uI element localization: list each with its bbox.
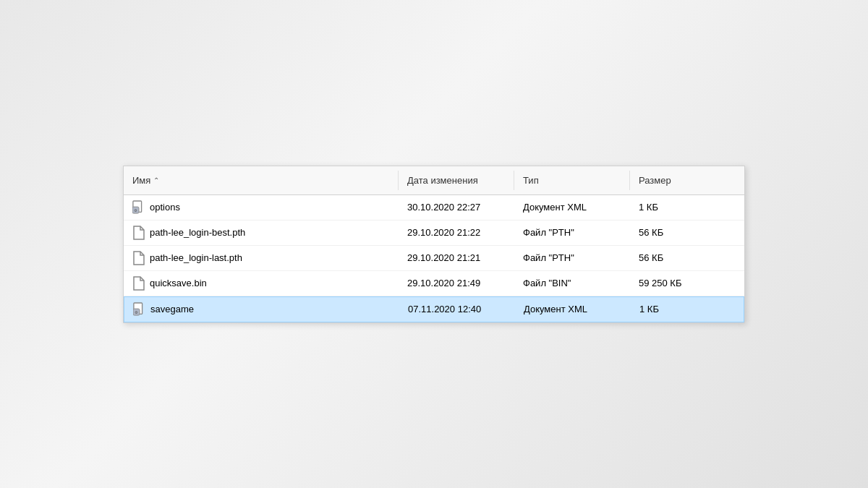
- table-row[interactable]: ⚙ savegame 07.11.2020 12:40 Документ XML…: [124, 296, 744, 322]
- file-date-cell: 30.10.2020 22:27: [399, 195, 514, 220]
- file-date: 29.10.2020 21:22: [407, 227, 480, 238]
- file-name: quicksave.bin: [150, 278, 207, 288]
- file-size-cell: 56 КБ: [630, 246, 717, 270]
- xml-file-icon: ⚙: [132, 200, 145, 215]
- file-size: 1 КБ: [639, 202, 658, 213]
- file-date-cell: 29.10.2020 21:21: [399, 246, 514, 270]
- file-name-cell: quicksave.bin: [124, 271, 399, 296]
- file-type-cell: Файл "PTH": [514, 221, 630, 245]
- file-size: 56 КБ: [639, 227, 663, 238]
- xml-file-icon: ⚙: [133, 302, 146, 317]
- file-date-cell: 29.10.2020 21:49: [399, 271, 514, 296]
- file-date-cell: 07.11.2020 12:40: [399, 297, 515, 322]
- file-date: 07.11.2020 12:40: [408, 304, 481, 314]
- table-row[interactable]: path-lee_login-last.pth 29.10.2020 21:21…: [124, 246, 744, 271]
- col-size-label: Размер: [639, 175, 671, 186]
- file-type-cell: Файл "PTH": [514, 246, 630, 270]
- svg-marker-3: [134, 226, 144, 239]
- file-type-cell: Документ XML: [515, 297, 631, 322]
- svg-marker-4: [134, 252, 144, 265]
- col-name-label: Имя: [132, 175, 150, 186]
- file-name: path-lee_login-best.pth: [150, 227, 245, 238]
- col-header-type[interactable]: Тип: [514, 171, 630, 190]
- file-type: Файл "PTH": [523, 227, 574, 238]
- sort-arrow-icon: ⌃: [153, 176, 159, 184]
- file-type: Документ XML: [524, 304, 587, 314]
- file-name: path-lee_login-last.pth: [150, 252, 242, 263]
- file-type-cell: Документ XML: [514, 195, 630, 220]
- file-name-cell: path-lee_login-best.pth: [124, 221, 399, 245]
- col-type-label: Тип: [523, 175, 539, 186]
- table-row[interactable]: ⚙ options 30.10.2020 22:27 Документ XML …: [124, 195, 744, 221]
- svg-text:⚙: ⚙: [135, 207, 137, 213]
- file-type: Документ XML: [523, 202, 587, 213]
- file-date: 30.10.2020 22:27: [407, 202, 480, 213]
- col-header-size[interactable]: Размер: [630, 171, 717, 190]
- file-date-cell: 29.10.2020 21:22: [399, 221, 514, 245]
- file-size-cell: 1 КБ: [630, 195, 717, 220]
- file-type-cell: Файл "BIN": [514, 271, 630, 296]
- table-row[interactable]: path-lee_login-best.pth 29.10.2020 21:22…: [124, 221, 744, 246]
- generic-file-icon: [132, 251, 145, 265]
- file-name-cell: path-lee_login-last.pth: [124, 246, 399, 270]
- file-size: 56 КБ: [639, 252, 663, 263]
- col-header-date[interactable]: Дата изменения: [399, 171, 514, 190]
- file-size: 59 250 КБ: [639, 278, 681, 288]
- file-date: 29.10.2020 21:21: [407, 252, 480, 263]
- generic-file-icon: [132, 226, 145, 240]
- col-header-name[interactable]: Имя ⌃: [124, 171, 399, 190]
- file-size-cell: 59 250 КБ: [630, 271, 717, 296]
- file-size-cell: 56 КБ: [630, 221, 717, 245]
- file-name: savegame: [150, 304, 194, 314]
- file-type: Файл "PTH": [523, 252, 574, 263]
- col-date-label: Дата изменения: [407, 175, 478, 186]
- file-name-cell: ⚙ options: [124, 195, 399, 220]
- file-size-cell: 1 КБ: [631, 297, 718, 322]
- file-type: Файл "BIN": [523, 278, 571, 288]
- table-header: Имя ⌃ Дата изменения Тип Размер: [124, 166, 744, 195]
- file-name-cell: ⚙ savegame: [124, 297, 399, 322]
- generic-file-icon: [132, 276, 145, 291]
- table-row[interactable]: quicksave.bin 29.10.2020 21:49 Файл "BIN…: [124, 271, 744, 296]
- file-name: options: [150, 202, 180, 213]
- file-size: 1 КБ: [639, 304, 659, 314]
- svg-text:⚙: ⚙: [135, 309, 138, 314]
- file-date: 29.10.2020 21:49: [407, 278, 480, 288]
- svg-marker-5: [134, 277, 144, 290]
- file-explorer: Имя ⌃ Дата изменения Тип Размер ⚙ option…: [123, 166, 745, 323]
